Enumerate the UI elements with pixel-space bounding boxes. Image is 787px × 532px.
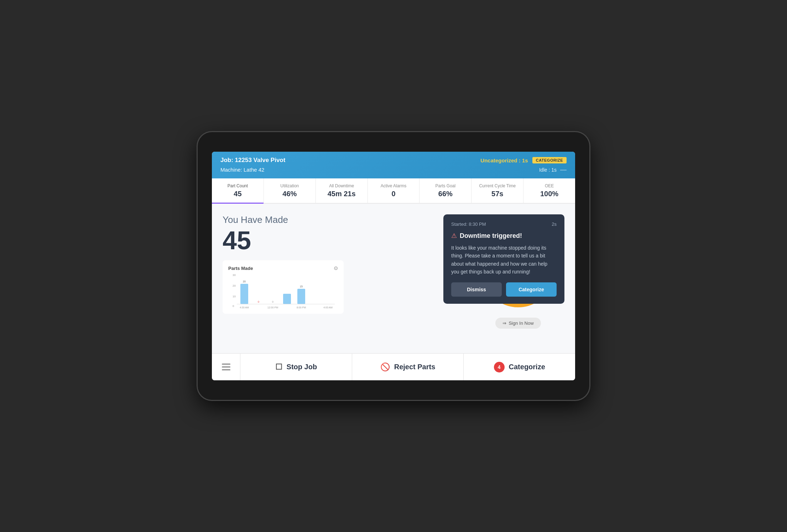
- warning-icon: ⚠: [451, 232, 457, 240]
- stat-oee-label: OEE: [528, 183, 571, 188]
- popup-body-text: It looks like your machine stopped doing…: [451, 244, 557, 276]
- stat-goal-value: 66%: [424, 190, 467, 198]
- categorize-button[interactable]: 4 Categorize: [464, 354, 575, 380]
- stat-parts-goal[interactable]: Parts Goal 66%: [419, 178, 471, 203]
- svg-text:0: 0: [233, 304, 234, 308]
- stat-downtime-value: 45m 21s: [320, 190, 363, 198]
- svg-text:0: 0: [258, 301, 259, 303]
- categorize-badge-count: 4: [494, 362, 505, 372]
- chart-help-icon[interactable]: ⊙: [334, 265, 338, 271]
- svg-rect-4: [240, 284, 248, 304]
- categorize-label: Categorize: [509, 363, 545, 371]
- stat-active-alarms[interactable]: Active Alarms 0: [368, 178, 420, 203]
- sign-in-arrow-icon: ⇒: [502, 320, 506, 326]
- dismiss-button[interactable]: Dismiss: [451, 282, 502, 297]
- stats-bar: Part Count 45 Utilization 46% All Downti…: [212, 178, 575, 204]
- stat-alarms-value: 0: [372, 190, 415, 198]
- svg-text:20: 20: [243, 280, 246, 283]
- stat-cycle-label: Current Cycle Time: [476, 183, 519, 188]
- svg-text:30: 30: [233, 273, 236, 277]
- categorize-popup-button[interactable]: Categorize: [506, 282, 557, 297]
- chart-svg: 30 20 10 0 20 0: [228, 273, 338, 309]
- popup-elapsed-time: 2s: [552, 221, 557, 227]
- chart-area: 30 20 10 0 20 0: [228, 273, 338, 309]
- stat-part-count-value: 45: [216, 190, 259, 198]
- you-have-made-label: You Have Made: [223, 214, 465, 225]
- reject-parts-button[interactable]: 🚫 Reject Parts: [352, 354, 464, 380]
- stop-job-label: Stop Job: [287, 363, 317, 371]
- stat-oee[interactable]: OEE 100%: [523, 178, 575, 203]
- stat-downtime-label: All Downtime: [320, 183, 363, 188]
- stat-cycle-value: 57s: [476, 190, 519, 198]
- stat-goal-label: Parts Goal: [424, 183, 467, 188]
- uncategorized-status: Uncategorized : 1s: [480, 157, 528, 163]
- svg-text:4:30 AM: 4:30 AM: [240, 306, 249, 309]
- parts-count-display: 45: [223, 228, 465, 253]
- reject-parts-label: Reject Parts: [394, 363, 436, 371]
- machine-label: Machine: Lathe 42: [220, 167, 264, 173]
- svg-rect-11: [297, 289, 305, 304]
- tablet-frame: Job: 12253 Valve Pivot Uncategorized : 1…: [198, 132, 589, 400]
- stat-oee-value: 100%: [528, 190, 571, 198]
- stat-utilization[interactable]: Utilization 46%: [264, 178, 316, 203]
- reject-parts-icon: 🚫: [380, 363, 390, 372]
- stat-alarms-label: Active Alarms: [372, 183, 415, 188]
- left-panel: You Have Made 45 Parts Made ⊙ 30 20 10: [223, 214, 472, 343]
- screen: Job: 12253 Valve Pivot Uncategorized : 1…: [212, 152, 575, 380]
- job-title: Job: 12253 Valve Pivot: [220, 157, 285, 164]
- svg-rect-10: [283, 294, 291, 304]
- menu-button[interactable]: [212, 354, 240, 380]
- chart-title-label: Parts Made: [228, 266, 253, 271]
- stat-all-downtime[interactable]: All Downtime 45m 21s: [316, 178, 368, 203]
- stat-cycle-time[interactable]: Current Cycle Time 57s: [471, 178, 523, 203]
- svg-text:4:00 AM: 4:00 AM: [323, 306, 333, 309]
- popup-title-row: ⚠ Downtime triggered!: [451, 232, 557, 240]
- stat-utilization-label: Utilization: [268, 183, 311, 188]
- popup-title-text: Downtime triggered!: [460, 232, 522, 240]
- svg-text:0: 0: [272, 301, 273, 303]
- popup-header: Started: 8:30 PM 2s: [451, 221, 557, 227]
- stop-job-button[interactable]: ☐ Stop Job: [240, 354, 352, 380]
- main-content: You Have Made 45 Parts Made ⊙ 30 20 10: [212, 204, 575, 353]
- svg-text:20: 20: [233, 284, 236, 287]
- popup-started-label: Started: 8:30 PM: [451, 221, 486, 227]
- parts-made-chart: Parts Made ⊙ 30 20 10 0: [223, 260, 344, 314]
- hamburger-icon: [222, 364, 230, 370]
- stop-job-icon: ☐: [275, 363, 282, 372]
- svg-text:10: 10: [233, 295, 236, 298]
- stat-utilization-value: 46%: [268, 190, 311, 198]
- svg-text:12:00 PM: 12:00 PM: [267, 306, 278, 309]
- downtime-popup: Started: 8:30 PM 2s ⚠ Downtime triggered…: [443, 214, 564, 304]
- svg-text:15: 15: [300, 285, 303, 288]
- sign-in-button[interactable]: ⇒ Sign In Now: [495, 318, 541, 329]
- idle-dash-icon: —: [560, 166, 567, 173]
- stat-part-count-label: Part Count: [216, 183, 259, 188]
- categorize-badge[interactable]: CATEGORIZE: [532, 157, 567, 163]
- sign-in-label: Sign In Now: [509, 320, 533, 326]
- header: Job: 12253 Valve Pivot Uncategorized : 1…: [212, 152, 575, 178]
- stat-part-count[interactable]: Part Count 45: [212, 178, 264, 203]
- footer: ☐ Stop Job 🚫 Reject Parts 4 Categorize: [212, 353, 575, 380]
- popup-actions: Dismiss Categorize: [451, 282, 557, 297]
- svg-text:8:00 PM: 8:00 PM: [297, 306, 306, 309]
- idle-status: Idle : 1s: [539, 167, 557, 173]
